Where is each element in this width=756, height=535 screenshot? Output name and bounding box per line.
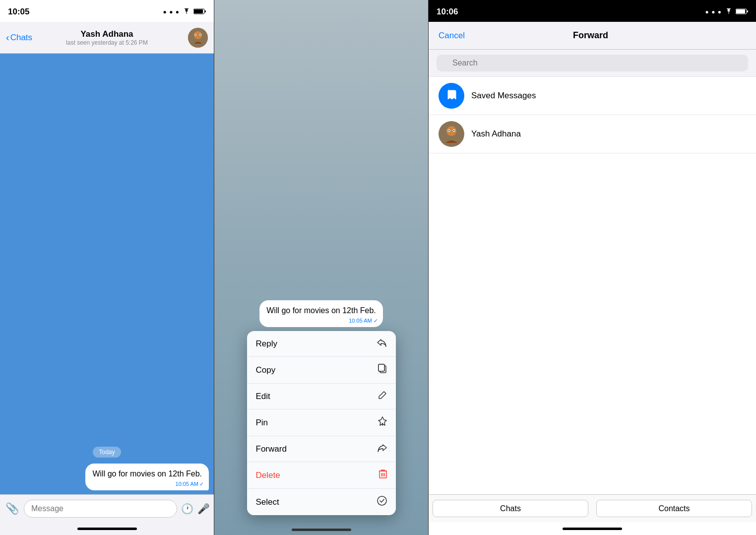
date-divider: Today [0, 447, 214, 458]
chat-messages: Today Will go for movies on 12th Feb. 10… [0, 54, 214, 494]
svg-point-27 [453, 130, 454, 131]
yash-avatar [439, 121, 464, 147]
saved-messages-name: Saved Messages [471, 91, 536, 101]
svg-point-8 [200, 34, 201, 35]
contacts-tab-label: Contacts [658, 504, 690, 513]
pin-icon [378, 416, 387, 429]
select-icon [377, 496, 387, 508]
forward-panel: 10:06 ● ● ● Cancel Forward 🔍 [429, 0, 756, 535]
forward-status-time: 10:06 [437, 7, 458, 17]
context-menu-delete[interactable]: Delete [247, 462, 396, 489]
signal-icon: ● ● ● [163, 8, 180, 15]
forward-tab-chats[interactable]: Chats [433, 500, 588, 517]
select-label: Select [256, 497, 279, 507]
attachment-icon[interactable]: 📎 [4, 502, 20, 515]
chat-nav-bar: ‹ Chats Yash Adhana last seen yesterday … [0, 22, 214, 54]
forward-title: Forward [573, 30, 608, 41]
svg-point-26 [448, 130, 449, 131]
forward-label: Forward [256, 444, 287, 454]
svg-rect-20 [736, 9, 745, 13]
context-menu-pin[interactable]: Pin [247, 409, 396, 436]
home-bar-3 [563, 528, 622, 530]
chats-tab-label: Chats [500, 504, 521, 513]
mic-icon[interactable]: 🎤 [197, 503, 210, 515]
context-message-time: 10:05 AM [349, 318, 372, 324]
forward-battery-icon [736, 7, 748, 16]
forward-bottom-tabs: Chats Contacts [429, 494, 756, 522]
forward-contact-yash[interactable]: Yash Adhana [429, 115, 756, 153]
context-menu-select[interactable]: Select [247, 489, 396, 515]
context-menu-reply[interactable]: Reply [247, 331, 396, 357]
message-time: 10:05 AM [176, 480, 198, 488]
context-menu-copy[interactable]: Copy [247, 357, 396, 384]
trash-icon [379, 469, 387, 481]
forward-wifi-icon [725, 7, 733, 16]
chat-panel: 10:05 ● ● ● ‹ Chats Yash Adhana last see… [0, 0, 214, 535]
forward-tab-contacts[interactable]: Contacts [596, 500, 752, 517]
forward-icon [377, 443, 387, 455]
message-text: Will go for movies on 12th Feb. [92, 469, 202, 478]
forward-contacts-list: Saved Messages Yash Adhana [429, 77, 756, 494]
forward-contact-saved[interactable]: Saved Messages [429, 77, 756, 115]
chat-input-bar: 📎 🕐 🎤 [0, 494, 214, 522]
forward-signal-icon: ● ● ● [705, 8, 722, 15]
context-message-text: Will go for movies on 12th Feb. [266, 306, 376, 315]
home-bar-1 [77, 528, 137, 530]
nav-contact-status: last seen yesterday at 5:26 PM [66, 39, 148, 46]
delete-label: Delete [256, 470, 280, 480]
svg-rect-2 [205, 10, 206, 12]
edit-label: Edit [256, 392, 270, 401]
message-bubble[interactable]: Will go for movies on 12th Feb. 10:05 AM… [85, 464, 209, 490]
home-indicator-2 [214, 521, 428, 535]
message-input[interactable] [24, 500, 177, 518]
svg-rect-21 [747, 10, 748, 12]
context-read-icon: ✓ [374, 318, 378, 324]
sticker-icon[interactable]: 🕐 [181, 503, 193, 515]
battery-icon [193, 7, 206, 16]
wifi-icon [183, 7, 190, 16]
context-menu: Reply Copy Edit Pin Forward [247, 331, 396, 515]
forward-search-bar: 🔍 [429, 50, 756, 77]
context-message-bubble: Will go for movies on 12th Feb. 10:05 AM… [259, 300, 383, 327]
back-label: Chats [10, 33, 32, 43]
edit-icon [378, 391, 387, 402]
context-message-meta: 10:05 AM ✓ [349, 317, 378, 325]
context-menu-forward[interactable]: Forward [247, 436, 396, 462]
status-time: 10:05 [8, 7, 29, 17]
message-meta: 10:05 AM ✓ [176, 480, 204, 488]
reply-label: Reply [256, 339, 277, 349]
svg-point-7 [195, 34, 196, 35]
saved-messages-avatar [439, 83, 464, 109]
nav-center: Yash Adhana last seen yesterday at 5:26 … [66, 29, 148, 46]
reply-icon [377, 338, 387, 349]
forward-nav-bar: Cancel Forward [429, 22, 756, 50]
back-chevron-icon: ‹ [6, 32, 9, 43]
forward-status-icons: ● ● ● [705, 7, 748, 16]
copy-label: Copy [256, 365, 276, 375]
read-checkmark-icon: ✓ [199, 480, 204, 488]
home-indicator-1 [0, 522, 214, 535]
avatar-image [188, 28, 208, 48]
search-wrapper: 🔍 [437, 55, 748, 71]
pin-label: Pin [256, 418, 268, 428]
cancel-button[interactable]: Cancel [439, 31, 465, 41]
home-bar-2 [292, 529, 351, 531]
status-icons: ● ● ● [163, 7, 206, 16]
svg-rect-11 [378, 364, 384, 371]
forward-status-bar: 10:06 ● ● ● [429, 0, 756, 22]
context-panel: Will go for movies on 12th Feb. 10:05 AM… [214, 0, 429, 535]
nav-contact-name: Yash Adhana [66, 29, 148, 39]
avatar[interactable] [188, 28, 208, 48]
status-bar: 10:05 ● ● ● [0, 0, 214, 22]
yash-contact-name: Yash Adhana [471, 129, 521, 139]
forward-search-input[interactable] [437, 55, 748, 71]
home-indicator-3 [429, 522, 756, 535]
back-button[interactable]: ‹ Chats [6, 32, 32, 43]
svg-rect-1 [194, 9, 203, 13]
context-menu-edit[interactable]: Edit [247, 384, 396, 409]
copy-icon [378, 364, 387, 376]
svg-point-18 [378, 496, 386, 505]
date-badge: Today [93, 447, 121, 458]
